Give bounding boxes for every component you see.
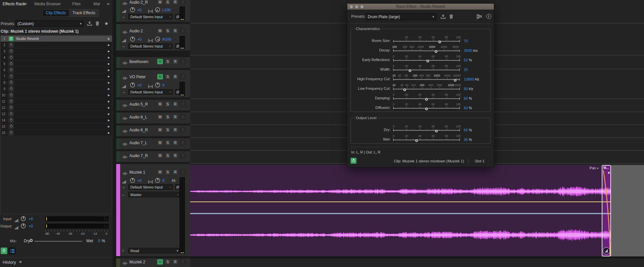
slider-thumb[interactable] (409, 69, 411, 72)
track-r-button[interactable]: R (172, 259, 178, 265)
track-i-button[interactable]: I (180, 74, 186, 80)
mix-slider-thumb[interactable] (30, 239, 33, 242)
track-m-button[interactable]: M (157, 153, 163, 158)
sends-icon[interactable]: ((•)) (172, 179, 175, 182)
track-i-button[interactable]: I (180, 140, 186, 146)
rack-power-button[interactable] (1, 248, 7, 254)
power-icon[interactable] (9, 80, 14, 85)
track-r-button[interactable]: R (172, 114, 178, 120)
power-icon[interactable] (9, 68, 14, 73)
track-i-button[interactable]: I (180, 59, 186, 64)
power-icon[interactable] (9, 124, 14, 129)
slot-expand-arrow-icon[interactable]: ▶ (108, 125, 112, 128)
track-input-dropdown[interactable]: Default Stereo Input› (128, 43, 173, 49)
track-r-button[interactable]: R (172, 59, 178, 64)
track-r-button[interactable]: R (172, 101, 178, 107)
tab-overflow-icon[interactable]: » (107, 1, 109, 6)
effect-slot[interactable]: 14▶ (1, 117, 112, 123)
power-icon[interactable] (9, 74, 14, 79)
power-icon[interactable] (9, 130, 14, 135)
slider-control[interactable]: 020406080100 (393, 63, 460, 72)
mix-slider-track[interactable] (34, 241, 83, 242)
power-icon[interactable] (9, 112, 14, 117)
track-s-button[interactable]: S (165, 259, 171, 265)
track-m-button[interactable]: M (157, 127, 163, 133)
slot-expand-arrow-icon[interactable]: ▶ (108, 113, 112, 116)
save-preset-icon[interactable] (441, 14, 446, 19)
track-header-audio-2-r[interactable]: Audio 2_RMSRI+0L100→Default Stereo Input… (116, 0, 190, 22)
slider-control[interactable]: 020406080100 (393, 101, 460, 110)
slot-expand-arrow-icon[interactable]: ▶ (108, 94, 112, 97)
slot-expand-arrow-icon[interactable]: ▶ (108, 131, 112, 134)
dialog-titlebar[interactable]: Rack Effect - Studio Reverb (347, 4, 494, 10)
track-header-audio-2[interactable]: Audio 2MSRI+0R100→Default Stereo Input›Ø (116, 24, 190, 50)
track-r-button[interactable]: R (172, 28, 178, 34)
panel-menu-icon[interactable]: ≡ (24, 1, 27, 6)
track-s-button[interactable]: S (165, 114, 171, 120)
track-volume-knob[interactable] (130, 7, 135, 12)
effect-slot[interactable]: 8▶ (1, 80, 112, 86)
track-header-muziek-2[interactable]: Muziek 2MSRI (116, 258, 190, 267)
preset-dropdown[interactable]: Drum Plate (large) ▾ (365, 13, 436, 20)
slot-expand-arrow-icon[interactable]: ▶ (108, 106, 112, 109)
rack-list-view-button[interactable] (9, 248, 16, 254)
effect-slot[interactable]: 6▶ (1, 67, 112, 73)
power-icon[interactable] (9, 118, 14, 123)
track-s-button[interactable]: S (165, 153, 171, 158)
track-input-dropdown[interactable]: Default Stereo Input› (128, 89, 173, 95)
slider-thumb[interactable] (454, 79, 457, 82)
track-s-button[interactable]: S (165, 140, 171, 146)
slot-expand-arrow-icon[interactable]: ▶ (108, 56, 112, 59)
selected-clip[interactable]: M... (602, 165, 611, 256)
power-icon[interactable] (9, 61, 14, 66)
slot-expand-arrow-icon[interactable]: ▶ (108, 50, 112, 53)
slot-expand-arrow-icon[interactable]: ▶ (108, 81, 112, 84)
track-i-button[interactable]: I (180, 114, 186, 120)
power-icon[interactable] (9, 55, 14, 60)
effect-slot[interactable]: 4▶ (1, 54, 112, 61)
track-r-button[interactable]: R (172, 127, 178, 133)
track-pan-knob[interactable] (155, 7, 160, 12)
track-m-button[interactable]: M (157, 101, 163, 107)
track-header-audio-5-r[interactable]: Audio 5_RMSRI (116, 100, 190, 111)
slider-control[interactable]: 20406010020040080020004000 (393, 82, 460, 91)
panel-menu-icon[interactable]: ≡ (19, 259, 22, 264)
track-r-button[interactable]: R (172, 74, 178, 80)
input-clip-indicator[interactable] (105, 217, 109, 221)
track-m-button[interactable]: M (157, 169, 163, 175)
slider-control[interactable]: 020406080100 (393, 92, 460, 100)
power-icon[interactable] (9, 49, 14, 54)
tab-markers[interactable]: Mar (93, 2, 100, 6)
slider-thumb[interactable] (438, 41, 441, 43)
favorite-star-icon[interactable]: ★ (104, 21, 109, 26)
tab-track-effects[interactable]: Track Effects (69, 10, 98, 17)
panel-divider[interactable] (113, 0, 116, 267)
track-m-button[interactable]: M (157, 74, 163, 80)
automation-mode-dropdown[interactable]: Read▾ (128, 248, 181, 253)
track-pan-knob[interactable] (155, 178, 160, 183)
info-icon[interactable]: i (486, 14, 491, 19)
slider-control[interactable]: 020406080100 (393, 133, 460, 142)
track-i-button[interactable]: I (180, 127, 186, 133)
tab-effects-rack[interactable]: Effects Rack (3, 2, 25, 6)
effect-power-button[interactable] (351, 158, 356, 164)
output-gain-knob[interactable] (21, 223, 26, 228)
slider-control[interactable]: 2004006001000200040008000 (393, 44, 460, 52)
power-icon[interactable] (9, 99, 14, 104)
track-i-button[interactable]: I (180, 0, 186, 5)
power-icon[interactable] (9, 43, 14, 48)
track-volume-knob[interactable] (130, 37, 135, 42)
effect-slot[interactable]: 15▶ (1, 123, 112, 130)
fade-out-curve[interactable] (602, 166, 610, 256)
slider-thumb[interactable] (403, 88, 406, 91)
slider-thumb[interactable] (435, 130, 438, 132)
envelope-mode-dropdown[interactable]: Pan ▾ (590, 166, 598, 170)
slider-thumb[interactable] (425, 108, 428, 110)
slider-control[interactable]: 2040802004008002000600016000 (393, 73, 460, 81)
effect-slot[interactable]: 12▶ (1, 105, 112, 111)
delete-preset-icon[interactable] (95, 21, 99, 26)
track-pan-knob[interactable] (155, 37, 160, 42)
effect-slot[interactable]: 5▶ (1, 61, 112, 67)
tab-media-browser[interactable]: Media Browser (34, 2, 61, 6)
delete-preset-icon[interactable] (449, 14, 453, 19)
